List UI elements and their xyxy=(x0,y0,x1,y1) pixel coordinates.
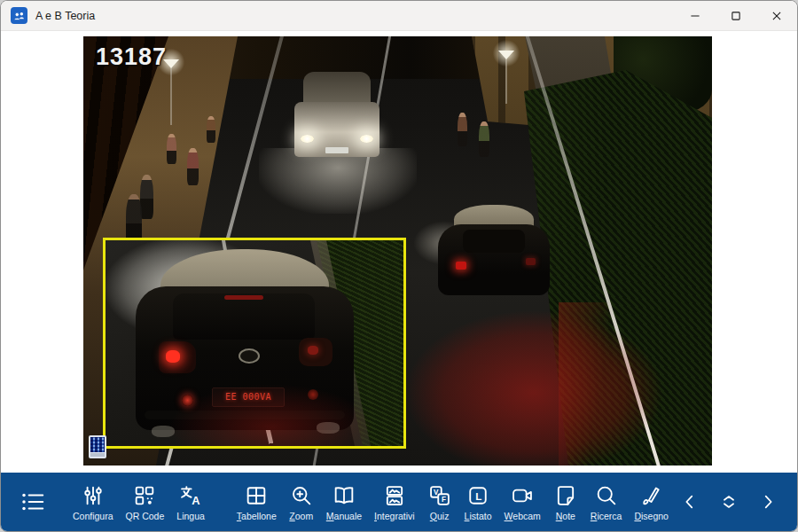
button-label: Webcam xyxy=(505,511,541,521)
configura-button[interactable]: Configura xyxy=(66,474,120,529)
slides-icon xyxy=(382,483,407,508)
taillight xyxy=(526,258,536,265)
pedestrian xyxy=(167,134,176,164)
button-label: Disegno xyxy=(634,511,669,521)
title-bar: A e B Teoria xyxy=(1,1,797,31)
pedestrian xyxy=(207,116,215,143)
quiz-scene-image: EE 000VA 13187 xyxy=(83,36,712,466)
search-icon xyxy=(594,483,619,508)
close-button[interactable] xyxy=(756,1,797,30)
quiz-button[interactable]: V F Quiz xyxy=(421,474,458,529)
svg-text:F: F xyxy=(442,496,446,504)
translate-icon: A xyxy=(178,483,203,508)
button-label: Note xyxy=(556,511,575,521)
lamp-pole xyxy=(170,66,172,125)
return-button[interactable] xyxy=(792,482,798,521)
maximize-button[interactable] xyxy=(716,1,756,30)
lingua-button[interactable]: A Lingua xyxy=(170,474,211,529)
pedestrian xyxy=(140,175,153,219)
listato-button[interactable]: L Listato xyxy=(458,474,498,529)
button-label: Tabellone xyxy=(237,511,277,521)
button-label: Manuale xyxy=(326,511,362,521)
stamp-base xyxy=(90,453,105,457)
button-label: Lingua xyxy=(176,511,205,521)
zoom-button[interactable]: Zoom xyxy=(283,474,320,529)
brake-light xyxy=(224,295,263,300)
headlight-beam xyxy=(259,148,417,214)
manuale-button[interactable]: Manuale xyxy=(320,474,368,529)
toolbar-nav-group xyxy=(675,482,798,521)
open-book-icon xyxy=(332,483,356,508)
taillight-glow xyxy=(136,370,406,449)
pedestrian xyxy=(479,121,489,157)
headlight xyxy=(301,135,314,143)
lamp-head xyxy=(498,51,514,59)
car-badge xyxy=(239,348,260,364)
oncoming-car xyxy=(294,72,379,157)
chevron-left-icon xyxy=(680,490,700,513)
expand-button[interactable] xyxy=(714,482,744,521)
chevrons-up-down-icon xyxy=(719,490,739,513)
button-label: Listato xyxy=(465,511,492,521)
people-icon xyxy=(11,7,27,24)
minimize-button[interactable] xyxy=(675,1,716,30)
button-label: Quiz xyxy=(430,511,450,521)
button-label: Zoom xyxy=(289,511,313,521)
menu-button[interactable] xyxy=(13,474,52,529)
button-label: QR Code xyxy=(126,511,165,521)
front-plate xyxy=(325,147,348,153)
previous-button[interactable] xyxy=(675,482,705,521)
button-label: Configura xyxy=(73,511,113,521)
grid-icon xyxy=(244,483,269,508)
note-button[interactable]: Note xyxy=(547,474,584,529)
toolbar-main-group: Tabellone Zoom Manuale xyxy=(231,474,675,529)
question-number: 13187 xyxy=(96,43,167,71)
window-title: A e B Teoria xyxy=(35,10,95,22)
disegno-button[interactable]: Disegno xyxy=(628,474,675,529)
integrativi-button[interactable]: Integrativi xyxy=(368,474,421,529)
thumbnail-stamp-icon xyxy=(89,435,106,458)
list-icon xyxy=(20,489,46,515)
taillight-bulb xyxy=(166,350,180,363)
close-icon xyxy=(767,6,786,26)
svg-text:A: A xyxy=(192,493,200,506)
taillight-bulb xyxy=(308,346,318,355)
next-button[interactable] xyxy=(753,482,783,521)
note-page-icon xyxy=(553,483,578,508)
taillight-left xyxy=(159,341,196,373)
sliders-icon xyxy=(81,483,106,508)
taillight-right xyxy=(299,338,332,366)
ricerca-button[interactable]: Ricerca xyxy=(584,474,629,529)
rear-window xyxy=(463,230,525,253)
letter-l-square-icon: L xyxy=(466,483,490,508)
taillight-glow xyxy=(369,287,699,466)
webcam-button[interactable]: Webcam xyxy=(498,474,547,529)
taillight xyxy=(456,262,466,270)
minimize-icon xyxy=(685,6,705,26)
lamp-pole xyxy=(505,58,507,104)
pen-icon xyxy=(639,483,664,508)
app-window: A e B Teoria xyxy=(0,0,798,532)
svg-text:L: L xyxy=(475,489,481,501)
window-controls xyxy=(675,1,797,30)
pedestrian xyxy=(458,113,467,146)
tabellone-button[interactable]: Tabellone xyxy=(231,474,283,529)
chevron-right-icon xyxy=(758,490,778,513)
stamp-pixels xyxy=(90,437,105,452)
toolbar: Configura QR Code A Lingua xyxy=(1,473,797,531)
video-camera-icon xyxy=(510,483,535,508)
qr-code-button[interactable]: QR Code xyxy=(120,474,171,529)
qr-code-icon xyxy=(132,483,157,508)
true-false-icon: V F xyxy=(427,483,452,508)
maximize-icon xyxy=(726,6,746,26)
button-label: Integrativi xyxy=(374,511,415,521)
pedestrian xyxy=(187,148,199,185)
car-ahead xyxy=(438,205,550,295)
rear-window xyxy=(173,293,315,340)
button-label: Ricerca xyxy=(591,511,622,521)
zoom-in-icon xyxy=(289,483,314,508)
highlight-box: EE 000VA xyxy=(103,238,406,449)
headlight xyxy=(360,135,373,143)
